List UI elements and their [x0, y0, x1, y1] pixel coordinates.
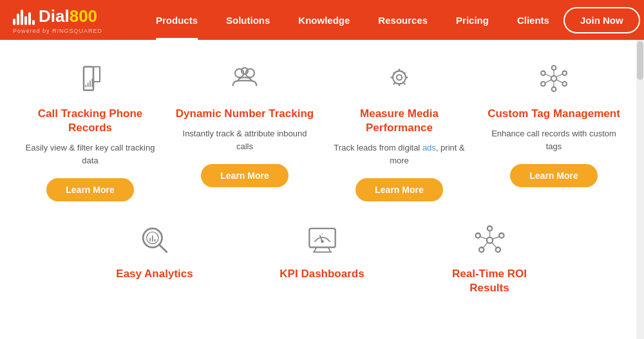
card-title-call-tracking: Call Tracking Phone Records	[19, 107, 161, 135]
logo[interactable]: Dial800 Powered by RINGSQUARED	[13, 6, 116, 34]
svg-point-43	[321, 240, 324, 243]
main-content: Call Tracking Phone Records Easily view …	[0, 40, 644, 308]
card-desc-media-performance: Track leads from digital ads, print & mo…	[328, 142, 470, 167]
svg-point-48	[487, 226, 491, 230]
media-performance-icon	[383, 59, 415, 98]
learn-more-button-media-performance[interactable]: Learn More	[355, 178, 442, 201]
roi-icon	[472, 221, 507, 259]
svg-line-31	[545, 74, 552, 77]
navbar: Dial800 Powered by RINGSQUARED Products …	[0, 0, 644, 40]
svg-line-54	[492, 237, 499, 239]
nav-item-clients[interactable]: Clients	[503, 0, 564, 40]
bottom-title-kpi: KPI Dashboards	[279, 267, 364, 281]
analytics-icon	[137, 221, 173, 259]
powered-by-text: Powered by RINGSQUARED	[13, 28, 102, 34]
svg-rect-5	[93, 67, 100, 82]
card-desc-custom-tag: Enhance call records with custom tags	[483, 127, 625, 152]
card-custom-tag: Custom Tag Management Enhance call recor…	[483, 59, 625, 187]
svg-point-25	[541, 71, 545, 75]
scrollbar-thumb[interactable]	[637, 41, 643, 80]
logo-waves-icon	[13, 7, 35, 25]
svg-line-56	[482, 242, 488, 248]
svg-line-28	[556, 80, 562, 83]
learn-more-button-dynamic-number[interactable]: Learn More	[201, 164, 288, 187]
scrollbar[interactable]	[636, 40, 644, 339]
svg-line-55	[491, 242, 497, 248]
svg-point-19	[551, 76, 556, 81]
bottom-card-kpi: KPI Dashboards	[270, 221, 374, 295]
svg-point-22	[562, 82, 567, 86]
nav-item-pricing[interactable]: Pricing	[442, 0, 503, 40]
svg-point-52	[475, 233, 480, 237]
card-title-dynamic-number: Dynamic Number Tracking	[176, 107, 314, 121]
card-dynamic-number: Dynamic Number Tracking Instantly track …	[174, 59, 316, 187]
svg-line-16	[404, 83, 405, 84]
bottom-title-roi: Real-Time ROI Results	[438, 267, 541, 295]
nav-item-resources[interactable]: Resources	[364, 0, 442, 40]
bottom-card-roi: Real-Time ROI Results	[438, 221, 541, 295]
cards-row: Call Tracking Phone Records Easily view …	[13, 59, 631, 201]
nav-item-products[interactable]: Products	[142, 0, 212, 40]
dynamic-number-icon	[229, 59, 261, 98]
svg-point-20	[552, 66, 556, 70]
svg-point-24	[541, 82, 545, 86]
svg-line-37	[158, 244, 166, 252]
card-media-performance: Measure Media Performance Track leads fr…	[328, 59, 470, 201]
custom-tag-icon	[538, 59, 570, 98]
nav-links: Products Solutions Knowledge Resources P…	[142, 0, 564, 40]
join-now-button[interactable]: Join Now	[564, 7, 640, 33]
bottom-title-analytics: Easy Analytics	[116, 267, 193, 281]
svg-point-23	[552, 87, 556, 91]
card-title-custom-tag: Custom Tag Management	[488, 107, 620, 121]
nav-item-solutions[interactable]: Solutions	[212, 0, 284, 40]
card-title-media-performance: Measure Media Performance	[328, 107, 470, 135]
svg-point-9	[393, 71, 406, 84]
nav-item-knowledge[interactable]: Knowledge	[284, 0, 364, 40]
svg-point-21	[562, 71, 567, 75]
card-desc-dynamic-number: Instantly track & attribute inbound call…	[174, 127, 316, 152]
svg-line-57	[480, 237, 487, 239]
bottom-card-analytics: Easy Analytics	[103, 221, 206, 295]
svg-point-10	[397, 75, 402, 80]
card-desc-call-tracking: Easily view & filter key call tracking d…	[19, 142, 161, 167]
svg-line-18	[393, 83, 395, 84]
call-tracking-icon	[74, 59, 106, 98]
bottom-row: Easy Analytics	[13, 221, 631, 295]
svg-line-30	[545, 80, 552, 83]
kpi-icon	[305, 221, 340, 259]
card-call-tracking: Call Tracking Phone Records Easily view …	[19, 59, 161, 201]
svg-point-49	[499, 233, 504, 237]
learn-more-button-custom-tag[interactable]: Learn More	[510, 164, 597, 187]
svg-line-27	[556, 74, 562, 77]
learn-more-button-call-tracking[interactable]: Learn More	[46, 178, 133, 201]
logo-text: Dial800	[39, 6, 97, 26]
